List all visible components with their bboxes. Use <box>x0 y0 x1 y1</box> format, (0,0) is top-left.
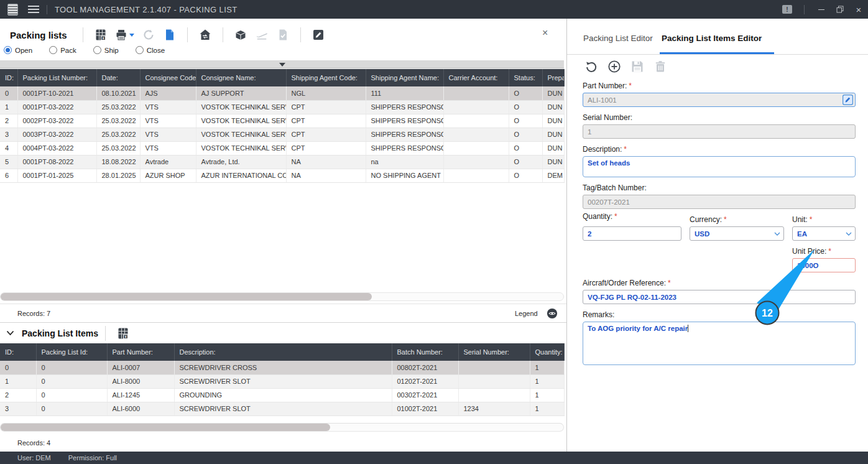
column-header[interactable]: Prepa <box>542 69 564 86</box>
radio-label: Close <box>147 47 165 54</box>
table-cell: 111 <box>366 86 443 100</box>
print-button[interactable] <box>115 29 134 41</box>
horizontal-scrollbar[interactable] <box>0 423 564 432</box>
warehouse-transfer-button[interactable] <box>198 28 212 42</box>
table-cell: na <box>366 155 443 169</box>
table-cell: SCREWDRIVER SLOT <box>174 402 392 415</box>
editor-save-button-disabled[interactable] <box>630 60 644 73</box>
table-cell: ALI-6000 <box>107 402 174 415</box>
description-textarea[interactable]: Set of heads <box>583 156 856 177</box>
table-row[interactable]: 20002PT-03-202225.03.2022VTSVOSTOK TECHN… <box>0 114 564 128</box>
table-cell: 1234 <box>458 402 530 415</box>
editor-tabs: Packing List Editor Packing List Items E… <box>567 19 868 55</box>
remarks-label: Remarks: <box>583 310 856 319</box>
radio-pack[interactable]: Pack <box>49 46 76 54</box>
serial-number-field[interactable] <box>583 124 856 139</box>
add-circle-icon <box>607 60 621 73</box>
table-cell: NA <box>286 169 366 182</box>
column-header[interactable]: Quantity: <box>530 343 564 361</box>
legend-eye-icon[interactable] <box>547 308 558 319</box>
titlebar-separator <box>47 5 47 14</box>
column-header[interactable]: Carrier Account: <box>443 69 509 86</box>
table-row[interactable]: 20ALI-1245GROUNDING00302T-20211 <box>0 388 564 402</box>
column-header[interactable]: Shipping Agent Code: <box>286 69 366 86</box>
column-header[interactable]: Status: <box>509 69 542 86</box>
toolbar-separator <box>223 27 223 42</box>
column-header[interactable]: Packing List Number: <box>17 69 96 86</box>
collapse-section-button[interactable] <box>6 330 14 336</box>
aircraft-order-reference-field[interactable] <box>583 290 856 304</box>
tab-packing-list-items-editor[interactable]: Packing List Items Editor <box>662 34 762 43</box>
window-title: TOOL MANAGEMENT 2.1.407 - PACKING LIST <box>55 5 238 14</box>
status-user: User: DEM <box>17 454 51 462</box>
column-header[interactable]: Shipping Agent Name: <box>366 69 443 86</box>
description-label: Description:* <box>583 145 856 154</box>
print-dropdown-icon[interactable] <box>129 34 134 37</box>
table-cell <box>443 141 509 155</box>
table-cell <box>443 169 509 182</box>
table-cell: 25.03.2022 <box>96 128 140 141</box>
column-header[interactable]: Packing List Id: <box>36 343 107 361</box>
radio-close[interactable]: Close <box>136 46 165 54</box>
part-number-edit-icon[interactable] <box>843 95 853 105</box>
minimize-button[interactable] <box>812 0 831 19</box>
table-cell <box>458 361 530 374</box>
pack-button[interactable] <box>234 28 247 42</box>
table-row[interactable]: 40004PT-03-202225.03.2022VTSVOSTOK TECHN… <box>0 141 564 155</box>
currency-select[interactable]: USD <box>690 226 784 241</box>
table-cell: VOSTOK TECHNIKAL SERVICES <box>196 128 286 141</box>
item-editor-form: Part Number:* Serial Number: Description… <box>583 78 856 365</box>
column-header[interactable]: Date: <box>96 69 140 86</box>
new-packing-list-button[interactable] <box>163 28 177 42</box>
radio-ship[interactable]: Ship <box>93 46 119 54</box>
scrollbar-thumb[interactable] <box>1 424 330 431</box>
main-menu-icon[interactable] <box>28 6 39 13</box>
quantity-field[interactable] <box>583 226 681 241</box>
items-export-excel-button[interactable]: x <box>116 327 130 340</box>
horizontal-scrollbar[interactable] <box>0 292 564 301</box>
close-panel-button[interactable]: × <box>542 27 548 39</box>
column-header[interactable]: ID: <box>0 69 17 86</box>
radio-open[interactable]: Open <box>4 46 32 54</box>
table-row[interactable]: 00ALI-0007SCREWDRIVER CROSS00802T-20211 <box>0 361 564 374</box>
restore-button[interactable] <box>831 0 849 19</box>
scrollbar-thumb[interactable] <box>1 293 372 300</box>
unit-price-label: Unit Price:* <box>792 247 856 256</box>
editor-add-button[interactable] <box>607 60 621 73</box>
refresh-button-disabled[interactable] <box>142 28 155 42</box>
feedback-button[interactable]: ! <box>778 0 796 19</box>
column-header[interactable]: ID: <box>0 343 36 361</box>
part-number-field[interactable] <box>583 93 856 107</box>
table-cell: O <box>509 100 542 114</box>
table-row[interactable]: 50001PT-08-202218.08.2022AvtradeAvtrade,… <box>0 155 564 169</box>
column-chooser-bar[interactable] <box>0 60 564 68</box>
records-count: Records: 7 <box>17 310 50 317</box>
tag-batch-number-field[interactable] <box>583 195 856 209</box>
remarks-textarea[interactable]: To AOG priority for A/C repair <box>583 322 856 365</box>
table-row[interactable]: 10ALI-8000SCREWDRIVER SLOT01202T-20211 <box>0 374 564 388</box>
table-row[interactable]: 30003PT-03-202225.03.2022VTSVOSTOK TECHN… <box>0 128 564 141</box>
unit-price-field[interactable] <box>792 258 856 272</box>
column-header[interactable]: Part Number: <box>107 343 174 361</box>
tab-packing-list-editor[interactable]: Packing List Editor <box>583 34 653 43</box>
edit-button[interactable] <box>312 28 325 42</box>
toolbar-separator <box>105 326 106 341</box>
table-row[interactable]: 60001PT-01-202528.01.2025AZUR SHOPAZUR I… <box>0 169 564 182</box>
column-header[interactable]: Description: <box>174 343 392 361</box>
packing-lists-table: ID:Packing List Number:Date:Consignee Co… <box>0 69 565 183</box>
export-excel-button[interactable]: x <box>94 28 108 42</box>
table-row[interactable]: 30ALI-6000SCREWDRIVER SLOT01002T-2021123… <box>0 402 564 415</box>
editor-delete-button-disabled[interactable] <box>653 60 667 73</box>
column-header[interactable]: Consignee Code: <box>140 69 196 86</box>
ship-button-disabled[interactable] <box>255 28 269 42</box>
table-row[interactable]: 10001PT-03-202225.03.2022VTSVOSTOK TECHN… <box>0 100 564 114</box>
editor-refresh-button[interactable] <box>584 60 598 73</box>
table-cell: 00802T-2021 <box>392 361 458 374</box>
column-header[interactable]: Serial Number: <box>458 343 530 361</box>
column-header[interactable]: Batch Number: <box>392 343 458 361</box>
column-header[interactable]: Consignee Name: <box>196 69 286 86</box>
close-window-button[interactable]: × <box>849 0 868 19</box>
confirm-document-button-disabled[interactable] <box>276 28 290 42</box>
table-row[interactable]: 00001PT-10-202108.10.2021AJSAJ SUPPORTNG… <box>0 86 564 100</box>
unit-select[interactable]: EA <box>792 226 856 241</box>
